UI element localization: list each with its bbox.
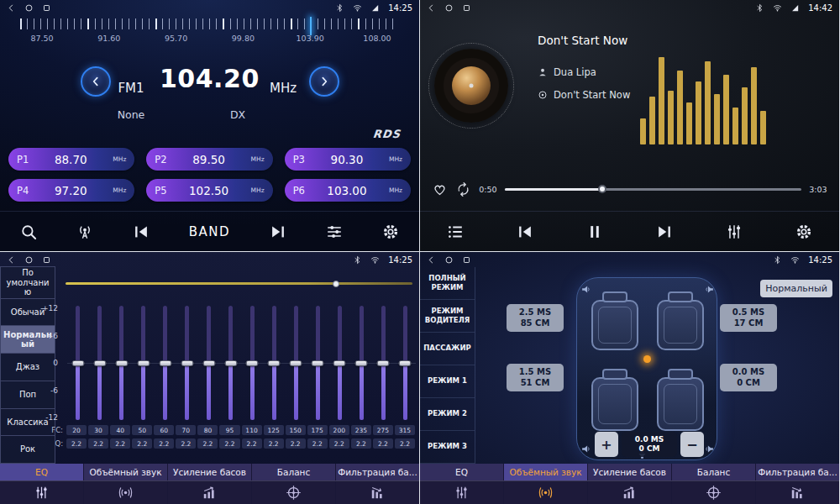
- band-button[interactable]: BAND: [189, 224, 230, 239]
- eq-preset-item[interactable]: По умолчанию: [0, 266, 55, 299]
- next-track-icon[interactable]: [655, 223, 674, 241]
- seek-bar[interactable]: [505, 188, 801, 191]
- recents-icon[interactable]: [42, 255, 51, 265]
- eq-band-slider[interactable]: [285, 306, 307, 420]
- eq-slider-handle[interactable]: [312, 360, 324, 366]
- eq-band-slider[interactable]: [350, 306, 372, 420]
- eq-slider-handle[interactable]: [115, 360, 128, 366]
- rear-right-delay-button[interactable]: 0.0 MS 0 CM: [720, 364, 777, 391]
- recents-icon[interactable]: [462, 3, 471, 13]
- surround-mode-item[interactable]: ПАССАЖИР: [420, 333, 475, 365]
- back-icon[interactable]: [7, 3, 16, 13]
- eq-band-slider[interactable]: [198, 306, 220, 420]
- preset-button[interactable]: P6103.00MHz: [285, 179, 411, 202]
- audio-mixer-icon[interactable]: [725, 223, 743, 241]
- sound-tab[interactable]: Баланс: [252, 464, 336, 480]
- eq-slider-handle[interactable]: [333, 360, 346, 366]
- surround-mode-item[interactable]: РЕЖИМ ВОДИТЕЛЯ: [420, 300, 475, 333]
- eq-slider-handle[interactable]: [202, 360, 215, 366]
- eq-band-slider[interactable]: [307, 306, 328, 420]
- eq-slider-handle[interactable]: [159, 360, 171, 366]
- next-station-icon[interactable]: [269, 223, 287, 241]
- repeat-icon[interactable]: [455, 181, 471, 197]
- sound-tab-icon-cell[interactable]: [84, 481, 168, 504]
- eq-slider-handle[interactable]: [399, 360, 412, 366]
- eq-band-slider[interactable]: [220, 306, 242, 420]
- sound-tab-icon-cell[interactable]: [588, 481, 672, 504]
- eq-band-slider[interactable]: [242, 306, 264, 420]
- eq-band-slider[interactable]: [155, 306, 176, 420]
- front-left-delay-button[interactable]: 2.5 MS 85 CM: [507, 304, 564, 332]
- pause-icon[interactable]: [585, 223, 604, 241]
- eq-band-slider[interactable]: [372, 306, 394, 420]
- eq-slider-handle[interactable]: [355, 360, 368, 366]
- tune-down-button[interactable]: [81, 66, 111, 97]
- eq-band-slider[interactable]: [394, 306, 416, 420]
- eq-slider-handle[interactable]: [93, 360, 106, 366]
- sound-tab[interactable]: Объёмный звук: [84, 464, 168, 480]
- sound-tab-icon-cell[interactable]: [168, 481, 252, 504]
- eq-band-slider[interactable]: [328, 306, 350, 420]
- delay-increase-button[interactable]: +: [595, 432, 618, 457]
- eq-band-slider[interactable]: [89, 306, 111, 420]
- preset-button[interactable]: P188.70MHz: [8, 148, 134, 171]
- back-icon[interactable]: [427, 255, 436, 265]
- settings-gear-icon[interactable]: [795, 223, 813, 241]
- sound-tab-icon-cell[interactable]: [672, 481, 756, 504]
- sound-tab-icon-cell[interactable]: [504, 481, 588, 504]
- playlist-icon[interactable]: [446, 223, 465, 241]
- search-icon[interactable]: [19, 223, 38, 241]
- eq-slider-handle[interactable]: [290, 360, 302, 366]
- sound-preset-button[interactable]: Нормальный: [760, 280, 832, 297]
- tune-up-button[interactable]: [309, 66, 339, 97]
- sound-tab[interactable]: EQ: [0, 464, 84, 480]
- surround-mode-item[interactable]: РЕЖИМ 1: [420, 365, 475, 398]
- settings-gear-icon[interactable]: [381, 223, 400, 241]
- sound-tab-icon-cell[interactable]: [756, 481, 839, 504]
- home-icon[interactable]: [24, 255, 34, 265]
- sound-tab-icon-cell[interactable]: [252, 481, 336, 504]
- station-scan-icon[interactable]: [76, 223, 94, 241]
- back-icon[interactable]: [427, 3, 436, 13]
- sound-tab[interactable]: Фильтрация ба...: [756, 464, 839, 480]
- previous-station-icon[interactable]: [132, 223, 150, 241]
- eq-slider-handle[interactable]: [268, 360, 281, 366]
- previous-track-icon[interactable]: [516, 223, 534, 241]
- rear-left-delay-button[interactable]: 1.5 MS 51 CM: [507, 364, 564, 391]
- preset-button[interactable]: P497.20MHz: [8, 179, 134, 202]
- sound-tab-icon-cell[interactable]: [420, 481, 504, 504]
- front-right-delay-button[interactable]: 0.5 MS 17 CM: [720, 304, 777, 332]
- eq-slider-handle[interactable]: [377, 360, 390, 366]
- sound-tab[interactable]: Усиление басов: [168, 464, 252, 480]
- eq-band-slider[interactable]: [133, 306, 155, 420]
- sound-tab-icon-cell[interactable]: [336, 481, 419, 504]
- seek-handle[interactable]: [598, 185, 606, 193]
- preset-button[interactable]: P289.50MHz: [146, 148, 272, 171]
- home-icon[interactable]: [444, 3, 454, 13]
- surround-mode-item[interactable]: ПОЛНЫЙ РЕЖИМ: [420, 267, 475, 300]
- eq-range-slider[interactable]: [66, 282, 412, 285]
- eq-band-slider[interactable]: [263, 306, 285, 420]
- sound-tab[interactable]: Объёмный звук: [504, 464, 588, 480]
- eq-range-handle[interactable]: [333, 281, 339, 287]
- surround-mode-item[interactable]: РЕЖИМ 2: [420, 398, 475, 431]
- sound-tab-icon-cell[interactable]: [0, 481, 84, 504]
- eq-band-slider[interactable]: [67, 306, 89, 420]
- sound-tab[interactable]: Фильтрация ба...: [336, 464, 419, 480]
- recents-icon[interactable]: [42, 3, 51, 13]
- sound-tab[interactable]: Усиление басов: [588, 464, 672, 480]
- audio-tune-icon[interactable]: [325, 223, 344, 241]
- eq-slider-handle[interactable]: [137, 360, 150, 366]
- sound-tab[interactable]: EQ: [420, 464, 504, 480]
- preset-button[interactable]: P5102.50MHz: [146, 179, 272, 202]
- recents-icon[interactable]: [462, 255, 471, 265]
- sound-tab[interactable]: Баланс: [672, 464, 756, 480]
- surround-mode-item[interactable]: РЕЖИМ 3: [420, 431, 475, 464]
- eq-slider-handle[interactable]: [224, 360, 237, 366]
- back-icon[interactable]: [7, 255, 16, 265]
- preset-button[interactable]: P390.30MHz: [285, 148, 411, 171]
- listening-position-dot[interactable]: [643, 355, 651, 363]
- eq-slider-handle[interactable]: [181, 360, 193, 366]
- eq-slider-handle[interactable]: [246, 360, 259, 366]
- delay-decrease-button[interactable]: −: [680, 432, 704, 457]
